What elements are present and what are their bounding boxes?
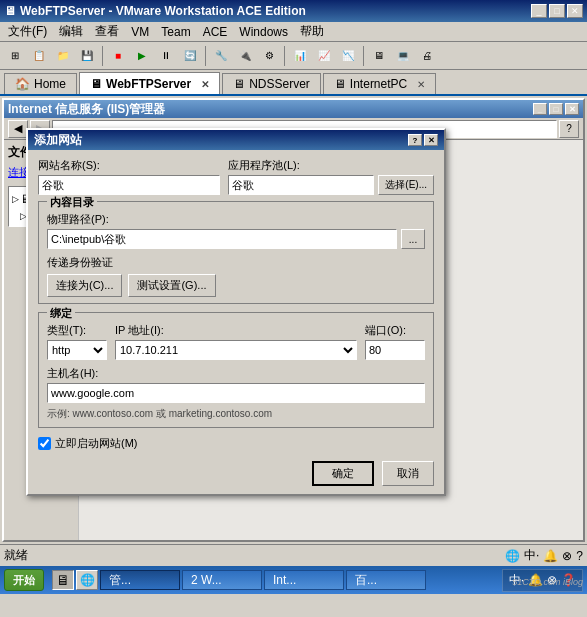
tb-btn-6[interactable]: 🔌 — [234, 45, 256, 67]
disconnect-icon: ⊗ — [562, 549, 572, 563]
help-status-icon: ? — [576, 549, 583, 563]
tb-btn-10[interactable]: 📉 — [337, 45, 359, 67]
port-label: 端口(O): — [365, 323, 425, 338]
tb-btn-1[interactable]: ⊞ — [4, 45, 26, 67]
tb-btn-3[interactable]: 📁 — [52, 45, 74, 67]
tb-btn-7[interactable]: ⚙ — [258, 45, 280, 67]
tb-btn-stop[interactable]: ■ — [107, 45, 129, 67]
taskbar-vmware[interactable]: 2 W... — [182, 570, 262, 590]
toolbar-separator-2 — [205, 46, 206, 66]
menu-ace[interactable]: ACE — [197, 23, 234, 41]
taskbar-explorer[interactable]: 🖥 — [52, 570, 74, 590]
cancel-button[interactable]: 取消 — [382, 461, 434, 486]
dialog-help-btn[interactable]: ? — [408, 134, 422, 146]
app-pool-input[interactable] — [228, 175, 374, 195]
physical-path-input[interactable] — [47, 229, 397, 249]
taskbar-internet[interactable]: Int... — [264, 570, 344, 590]
tab-ndsserver[interactable]: 🖥 NDSServer — [222, 73, 321, 94]
dialog-body: 网站名称(S): 应用程序池(L): 选择(E)... 内容目录 物理路径(P — [28, 150, 444, 494]
tb-btn-refresh[interactable]: 🔄 — [179, 45, 201, 67]
minimize-button[interactable]: _ — [531, 4, 547, 18]
back-button[interactable]: ◀ — [8, 120, 28, 138]
type-select[interactable]: http — [47, 340, 107, 360]
tb-btn-4[interactable]: 💾 — [76, 45, 98, 67]
iis-minimize-btn[interactable]: _ — [533, 103, 547, 115]
lang-icon: 中· — [524, 547, 539, 564]
type-label: 类型(T): — [47, 323, 107, 338]
start-button[interactable]: 开始 — [4, 569, 44, 591]
taskbar-task-manager[interactable]: 管... — [100, 570, 180, 590]
tb-btn-8[interactable]: 📊 — [289, 45, 311, 67]
site-name-row: 网站名称(S): 应用程序池(L): 选择(E)... — [38, 158, 434, 195]
menu-team[interactable]: Team — [155, 23, 196, 41]
menu-help[interactable]: 帮助 — [294, 21, 330, 42]
start-checkbox[interactable] — [38, 437, 51, 450]
menu-bar: 文件(F) 编辑 查看 VM Team ACE Windows 帮助 — [0, 22, 587, 42]
dialog-title-bar: 添加网站 ? ✕ — [28, 130, 444, 150]
select-button[interactable]: 选择(E)... — [378, 175, 434, 195]
tb-btn-play[interactable]: ▶ — [131, 45, 153, 67]
dialog-buttons: 确定 取消 — [38, 461, 434, 486]
dialog-close-btn[interactable]: ✕ — [424, 134, 438, 146]
tab-internetpc[interactable]: 🖥 InternetPC ✕ — [323, 73, 436, 94]
tb-btn-11[interactable]: 🖥 — [368, 45, 390, 67]
content-dir-section: 内容目录 物理路径(P): ... 传递身份验证 连接为(C)... 测试设置(… — [38, 201, 434, 304]
tb-btn-13[interactable]: 🖨 — [416, 45, 438, 67]
close-button[interactable]: ✕ — [567, 4, 583, 18]
title-bar: 🖥 WebFTPServer - VMware Workstation ACE … — [0, 0, 587, 22]
app-pool-label: 应用程序池(L): — [228, 158, 434, 173]
tb-btn-pause[interactable]: ⏸ — [155, 45, 177, 67]
physical-path-row: ... — [47, 229, 425, 249]
port-group: 端口(O): — [365, 323, 425, 360]
tb-btn-12[interactable]: 💻 — [392, 45, 414, 67]
tab-webftpserver[interactable]: 🖥 WebFTPServer ✕ — [79, 72, 220, 94]
hostname-example: 示例: www.contoso.com 或 marketing.contoso.… — [47, 407, 425, 421]
server-icon-1: 🖥 — [90, 77, 102, 91]
tb-btn-5[interactable]: 🔧 — [210, 45, 232, 67]
toolbar-separator-1 — [102, 46, 103, 66]
app-pool-group: 应用程序池(L): 选择(E)... — [228, 158, 434, 195]
tb-btn-9[interactable]: 📈 — [313, 45, 335, 67]
status-icons: 🌐 中· 🔔 ⊗ ? — [505, 547, 583, 564]
app-pool-row: 选择(E)... — [228, 175, 434, 195]
site-name-group: 网站名称(S): — [38, 158, 220, 195]
connect-as-button[interactable]: 连接为(C)... — [47, 274, 122, 297]
iis-window-controls: _ □ ✕ — [533, 103, 579, 115]
menu-edit[interactable]: 编辑 — [53, 21, 89, 42]
site-name-label: 网站名称(S): — [38, 158, 220, 173]
help-icon[interactable]: ? — [559, 120, 579, 138]
port-input[interactable] — [365, 340, 425, 360]
tab-close-webftpserver[interactable]: ✕ — [201, 79, 209, 90]
ip-group: IP 地址(I): 10.7.10.211 — [115, 323, 357, 360]
taskbar-baidu[interactable]: 百... — [346, 570, 426, 590]
server-icon-2: 🖥 — [233, 77, 245, 91]
monitor-icon: 🖥 — [334, 77, 346, 91]
toolbar-separator-4 — [363, 46, 364, 66]
tab-close-internetpc[interactable]: ✕ — [417, 79, 425, 90]
site-name-input[interactable] — [38, 175, 220, 195]
tab-bar: 🏠 Home 🖥 WebFTPServer ✕ 🖥 NDSServer 🖥 In… — [0, 70, 587, 96]
menu-windows[interactable]: Windows — [233, 23, 294, 41]
add-website-dialog: 添加网站 ? ✕ 网站名称(S): 应用程序池(L): — [26, 128, 446, 496]
maximize-button[interactable]: □ — [549, 4, 565, 18]
tray-icon-1: 🔔 — [528, 573, 543, 587]
iis-maximize-btn[interactable]: □ — [549, 103, 563, 115]
iis-close-btn[interactable]: ✕ — [565, 103, 579, 115]
ip-select[interactable]: 10.7.10.211 — [115, 340, 357, 360]
tree-expand-1: ▷ — [12, 194, 19, 204]
start-checkbox-row: 立即启动网站(M) — [38, 436, 434, 451]
tab-home[interactable]: 🏠 Home — [4, 73, 77, 94]
ip-label: IP 地址(I): — [115, 323, 357, 338]
title-bar-controls: _ □ ✕ — [531, 4, 583, 18]
toolbar: ⊞ 📋 📁 💾 ■ ▶ ⏸ 🔄 🔧 🔌 ⚙ 📊 📈 📉 🖥 💻 🖨 — [0, 42, 587, 70]
browse-button[interactable]: ... — [401, 229, 425, 249]
menu-file[interactable]: 文件(F) — [2, 21, 53, 42]
ok-button[interactable]: 确定 — [312, 461, 374, 486]
menu-view[interactable]: 查看 — [89, 21, 125, 42]
test-settings-button[interactable]: 测试设置(G)... — [128, 274, 215, 297]
menu-vm[interactable]: VM — [125, 23, 155, 41]
tb-btn-2[interactable]: 📋 — [28, 45, 50, 67]
toolbar-separator-3 — [284, 46, 285, 66]
taskbar-ie[interactable]: 🌐 — [76, 570, 98, 590]
hostname-input[interactable] — [47, 383, 425, 403]
